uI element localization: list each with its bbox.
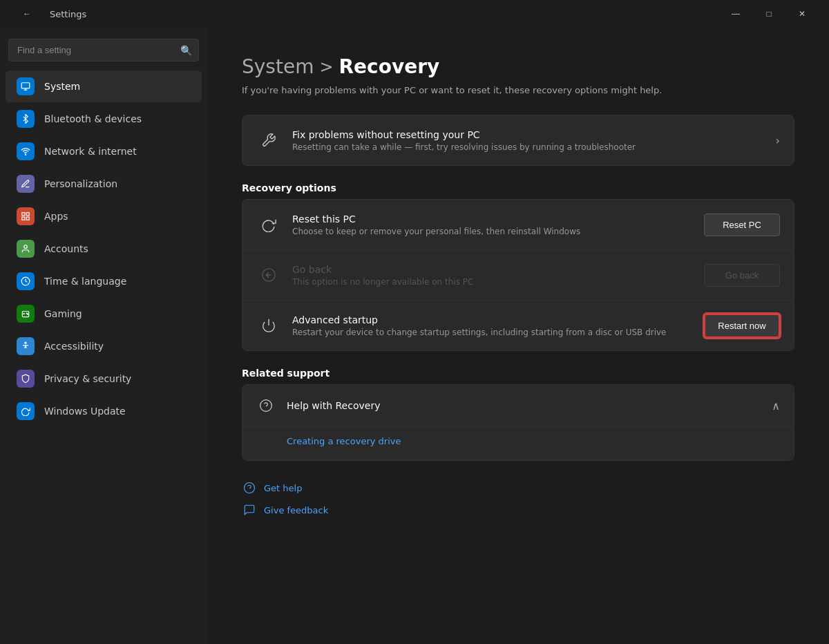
breadcrumb-parent[interactable]: System <box>242 55 314 78</box>
nav-icon-time <box>17 272 35 290</box>
option-icon-reset-pc <box>256 212 281 237</box>
nav-label-bluetooth: Bluetooth & devices <box>44 113 142 124</box>
option-desc-reset-pc: Choose to keep or remove your personal f… <box>292 227 693 236</box>
support-title: Help with Recovery <box>287 400 761 411</box>
nav-icon-network <box>17 142 35 160</box>
nav-items-container: System Bluetooth & devices Network & int… <box>0 70 207 428</box>
app-layout: 🔍 System Bluetooth & devices Network & i… <box>0 28 829 644</box>
fix-card-text: Fix problems without resetting your PC R… <box>292 129 765 152</box>
nav-icon-update <box>17 402 35 420</box>
option-text-go-back: Go back This option is no longer availab… <box>292 264 693 287</box>
fix-card-desc: Resetting can take a while — first, try … <box>292 142 765 152</box>
svg-rect-0 <box>21 83 30 88</box>
nav-label-system: System <box>44 81 80 92</box>
nav-label-apps: Apps <box>44 211 68 222</box>
nav-icon-accessibility <box>17 337 35 355</box>
related-support-header: Related support <box>242 368 794 379</box>
sidebar-item-accounts[interactable]: Accounts <box>6 233 202 265</box>
option-btn-advanced-startup[interactable]: Restart now <box>704 314 780 338</box>
bottom-link-get-help[interactable]: Get help <box>242 480 794 495</box>
nav-icon-gaming <box>17 305 35 323</box>
sidebar-item-personalization[interactable]: Personalization <box>6 168 202 200</box>
support-container: Help with Recovery ∧ Creating a recovery… <box>242 384 794 461</box>
option-title-advanced-startup: Advanced startup <box>292 314 693 325</box>
minimize-button[interactable]: — <box>720 3 752 25</box>
nav-icon-privacy <box>17 370 35 388</box>
sidebar-item-accessibility[interactable]: Accessibility <box>6 330 202 362</box>
sidebar: 🔍 System Bluetooth & devices Network & i… <box>0 28 207 644</box>
sidebar-item-bluetooth[interactable]: Bluetooth & devices <box>6 103 202 135</box>
nav-icon-apps <box>17 207 35 225</box>
nav-icon-accounts <box>17 240 35 258</box>
back-button[interactable]: ← <box>11 3 43 25</box>
recovery-options-header: Recovery options <box>242 182 794 193</box>
svg-point-14 <box>25 342 26 343</box>
svg-point-8 <box>24 245 28 249</box>
nav-label-accounts: Accounts <box>44 243 88 254</box>
option-row-go-back: Go back This option is no longer availab… <box>242 250 794 301</box>
svg-point-18 <box>260 400 272 412</box>
bottom-link-label-give-feedback: Give feedback <box>264 505 328 515</box>
svg-point-20 <box>245 483 255 493</box>
breadcrumb-current: Recovery <box>339 55 440 78</box>
titlebar-left: ← Settings <box>11 3 86 25</box>
recovery-drive-link[interactable]: Creating a recovery drive <box>287 436 401 446</box>
search-input[interactable] <box>8 39 199 61</box>
svg-rect-4 <box>22 213 25 216</box>
option-desc-go-back: This option is no longer available on th… <box>292 277 693 287</box>
svg-point-3 <box>25 154 26 155</box>
breadcrumb-separator: > <box>319 57 333 77</box>
maximize-icon: □ <box>766 9 771 19</box>
nav-icon-bluetooth <box>17 110 35 128</box>
nav-label-personalization: Personalization <box>44 178 117 189</box>
nav-icon-system <box>17 77 35 95</box>
svg-rect-7 <box>22 217 25 220</box>
option-title-go-back: Go back <box>292 264 693 275</box>
main-content: System > Recovery If you're having probl… <box>207 28 829 644</box>
fix-card-title: Fix problems without resetting your PC <box>292 129 765 140</box>
support-body: Creating a recovery drive <box>242 426 794 460</box>
option-btn-reset-pc[interactable]: Reset PC <box>704 214 780 236</box>
bottom-links: Get help Give feedback <box>242 480 794 518</box>
option-icon-advanced-startup <box>256 313 281 338</box>
support-icon <box>256 396 276 415</box>
fix-card-chevron: › <box>776 134 780 147</box>
sidebar-item-apps[interactable]: Apps <box>6 200 202 232</box>
titlebar-controls: — □ ✕ <box>720 3 818 25</box>
bottom-link-icon-give-feedback <box>242 502 257 518</box>
nav-label-network: Network & internet <box>44 146 137 157</box>
sidebar-item-gaming[interactable]: Gaming <box>6 298 202 330</box>
back-icon: ← <box>23 9 31 19</box>
option-row-advanced-startup: Advanced startup Restart your device to … <box>242 301 794 350</box>
option-text-reset-pc: Reset this PC Choose to keep or remove y… <box>292 214 693 236</box>
sidebar-item-update[interactable]: Windows Update <box>6 395 202 427</box>
search-container: 🔍 <box>8 39 199 61</box>
sidebar-item-time[interactable]: Time & language <box>6 265 202 297</box>
bottom-link-icon-get-help <box>242 480 257 495</box>
option-desc-advanced-startup: Restart your device to change startup se… <box>292 328 693 337</box>
page-subtitle: If you're having problems with your PC o… <box>242 85 794 95</box>
minimize-icon: — <box>732 9 740 19</box>
svg-point-13 <box>27 314 28 314</box>
fix-problems-card[interactable]: Fix problems without resetting your PC R… <box>242 115 794 166</box>
option-title-reset-pc: Reset this PC <box>292 214 693 225</box>
sidebar-item-network[interactable]: Network & internet <box>6 135 202 167</box>
close-button[interactable]: ✕ <box>786 3 818 25</box>
titlebar-title: Settings <box>50 9 86 19</box>
maximize-button[interactable]: □ <box>753 3 785 25</box>
bottom-link-give-feedback[interactable]: Give feedback <box>242 502 794 518</box>
sidebar-item-system[interactable]: System <box>6 70 202 102</box>
nav-label-accessibility: Accessibility <box>44 341 104 352</box>
titlebar: ← Settings — □ ✕ <box>0 0 829 28</box>
nav-label-time: Time & language <box>44 276 126 287</box>
sidebar-item-privacy[interactable]: Privacy & security <box>6 363 202 395</box>
fix-problems-icon <box>256 128 281 153</box>
nav-icon-personalization <box>17 175 35 193</box>
option-icon-go-back <box>256 263 281 287</box>
option-btn-go-back: Go back <box>704 264 780 287</box>
support-header-row[interactable]: Help with Recovery ∧ <box>242 385 794 426</box>
svg-rect-6 <box>26 217 29 220</box>
breadcrumb: System > Recovery <box>242 55 794 78</box>
option-row-reset-pc: Reset this PC Choose to keep or remove y… <box>242 200 794 250</box>
svg-rect-5 <box>26 213 29 216</box>
